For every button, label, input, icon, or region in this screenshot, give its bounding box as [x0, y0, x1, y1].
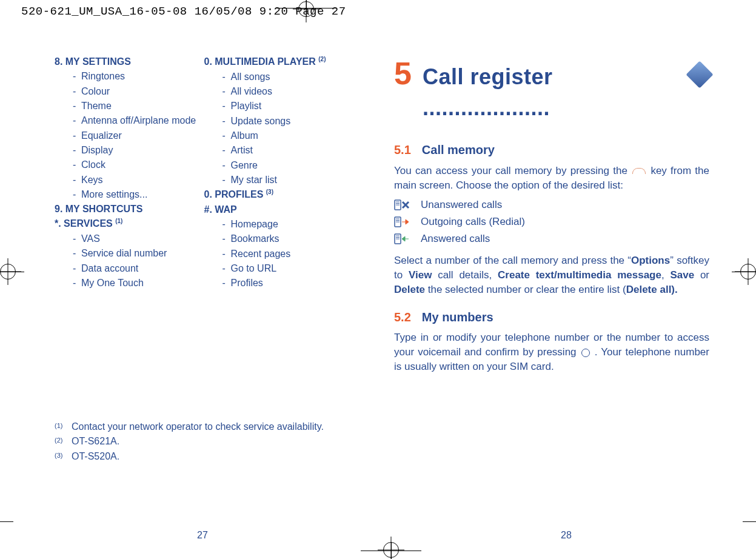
registration-mark-bottom — [383, 542, 399, 558]
subhead-title: Call memory — [422, 143, 495, 156]
subhead-5-2: 5.2My numbers — [394, 309, 709, 326]
bold: Save — [670, 269, 694, 281]
list-item: Keys — [73, 173, 199, 187]
text: Select a number of the call memory and p… — [394, 255, 631, 266]
chapter-title: Call register .................... — [423, 61, 679, 123]
label: *. SERVICES — [55, 219, 115, 229]
footnote-num: (2) — [55, 434, 63, 449]
call-list-item: Outgoing calls (Redial) — [394, 215, 709, 229]
list-item: Theme — [73, 99, 199, 113]
list-item: All videos — [222, 84, 349, 99]
list-item: Update songs — [222, 114, 349, 129]
list-item: Clock — [73, 158, 199, 172]
call-list-item: Unanswered calls — [394, 198, 709, 212]
section-wap-title: #. WAP — [204, 203, 349, 217]
label: Unanswered calls — [421, 198, 502, 212]
subhead-num: 5.1 — [394, 143, 411, 156]
list-item: Data account — [73, 261, 199, 276]
section-8-title: 8. MY SETTINGS — [55, 55, 199, 69]
list-item: Artist — [222, 143, 349, 158]
page-27: 8. MY SETTINGS Ringtones Colour Theme An… — [55, 55, 349, 503]
paragraph: You can access your call memory by press… — [394, 164, 709, 193]
label: Outgoing calls (Redial) — [421, 215, 525, 229]
footnote-ref: (1) — [115, 218, 122, 224]
list-item: Recent pages — [222, 247, 349, 261]
text: or — [694, 269, 709, 281]
section-star-items: VAS Service dial number Data account My … — [55, 232, 199, 290]
section-8-items: Ringtones Colour Theme Antenna off/Airpl… — [55, 69, 199, 202]
list-item: Colour — [73, 84, 199, 99]
bold: Delete all). — [626, 284, 678, 295]
subhead-5-1: 5.1Call memory — [394, 141, 709, 158]
list-item: My One Touch — [73, 276, 199, 290]
page-number-27: 27 — [197, 530, 208, 541]
bold: Options — [631, 255, 670, 266]
chapter-number: 5 — [394, 58, 412, 89]
list-item: Go to URL — [222, 261, 349, 276]
bold: Delete — [394, 284, 425, 295]
subhead-title: My numbers — [422, 310, 493, 324]
call-type-list: Unanswered calls Outgoing calls (Redial) — [394, 198, 709, 246]
list-item: Display — [73, 143, 199, 158]
section-0b-title: 0. PROFILES (3) — [204, 187, 349, 203]
side-mark — [743, 521, 756, 522]
outgoing-call-icon — [394, 216, 411, 227]
list-item: Service dial number — [73, 246, 199, 261]
bold: Create text/multimedia message — [498, 269, 661, 281]
print-file-info: 520-621_UM_USA_16-05-08 16/05/08 9:20 Pa… — [21, 5, 346, 18]
list-item: All songs — [222, 70, 349, 84]
list-item: More settings... — [73, 187, 199, 202]
list-item: Profiles — [222, 276, 349, 290]
side-mark — [732, 272, 756, 272]
footnote-num: (3) — [55, 449, 63, 464]
page-28: 5 Call register .................... 5.1… — [394, 58, 709, 494]
section-wap-items: Homepage Bookmarks Recent pages Go to UR… — [204, 217, 349, 291]
bold: View — [409, 269, 432, 281]
label: Answered calls — [421, 232, 490, 246]
footnote-text: Contact your network operator to check s… — [72, 420, 324, 434]
side-mark — [0, 272, 24, 272]
missed-call-icon — [394, 199, 411, 210]
list-item: Equalizer — [73, 129, 199, 143]
chapter-icon — [686, 61, 713, 88]
text: the selected number or clear the entire … — [425, 284, 626, 295]
ok-key-icon — [581, 349, 590, 357]
footnote-ref: (3) — [266, 189, 273, 195]
text: You can access your call memory by press… — [394, 165, 631, 176]
paragraph: Type in or modify your telephone number … — [394, 330, 709, 374]
footnote-num: (1) — [55, 420, 63, 434]
list-item: Genre — [222, 158, 349, 173]
list-item: Homepage — [222, 217, 349, 232]
section-0a-title: 0. MULTIMEDIA PLAYER (2) — [204, 55, 349, 70]
side-mark — [0, 521, 13, 522]
answered-call-icon — [394, 233, 411, 244]
chapter-heading: 5 Call register .................... — [394, 58, 709, 123]
list-item: Album — [222, 129, 349, 143]
section-0a-items: All songs All videos Playlist Update son… — [204, 70, 349, 188]
label: 0. MULTIMEDIA PLAYER — [204, 56, 319, 67]
paragraph: Select a number of the call memory and p… — [394, 253, 709, 297]
call-key-icon — [632, 168, 646, 174]
section-star-title: *. SERVICES (1) — [55, 216, 199, 232]
section-9-title: 9. MY SHORTCUTS — [55, 202, 199, 216]
text: call details, — [432, 269, 498, 281]
footnote-ref: (2) — [318, 56, 326, 62]
footnote-text: OT-S621A. — [72, 434, 119, 449]
subhead-num: 5.2 — [394, 310, 411, 324]
list-item: My star list — [222, 173, 349, 187]
list-item: Bookmarks — [222, 232, 349, 246]
list-item: Playlist — [222, 99, 349, 113]
call-list-item: Answered calls — [394, 232, 709, 246]
list-item: Antenna off/Airplane mode — [73, 113, 199, 128]
page-number-28: 28 — [561, 530, 572, 541]
text: , — [661, 269, 670, 281]
footnote-text: OT-S520A. — [72, 449, 119, 464]
footnotes: (1)Contact your network operator to chec… — [55, 420, 324, 464]
list-item: VAS — [73, 232, 199, 246]
label: 0. PROFILES — [204, 189, 266, 199]
list-item: Ringtones — [73, 69, 199, 84]
